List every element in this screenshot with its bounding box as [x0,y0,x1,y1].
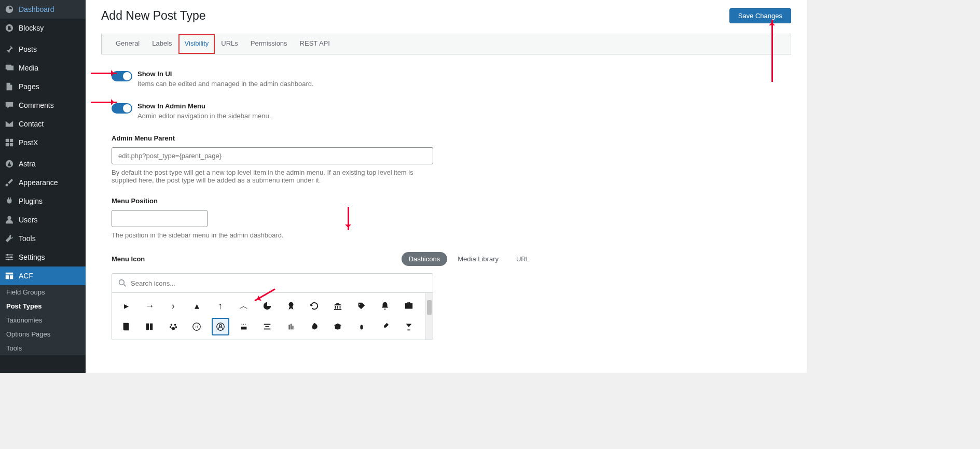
save-changes-button[interactable]: Save Changes [729,8,791,23]
label-menu-icon: Menu Icon [112,255,145,263]
tab-rest-api[interactable]: REST API [294,34,336,54]
label-show-ui: Show In UI [137,70,537,78]
sidebar-item-dashboard[interactable]: Dashboard [0,0,86,19]
sidebar-item-tools[interactable]: Tools [0,229,86,248]
icon-pets[interactable] [164,318,182,335]
sidebar-label: Pages [19,82,39,91]
settings-icon [4,252,15,262]
icon-tag-ribbon[interactable] [353,297,370,315]
sidebar-item-plugins[interactable]: Plugins [0,192,86,211]
sidebar-item-posts[interactable]: Posts [0,40,86,59]
icon-graduation[interactable] [329,318,347,335]
sidebar-item-acf[interactable]: ACF [0,266,86,285]
sidebar-label: Contact [19,120,44,128]
input-search-icons[interactable] [131,279,426,287]
icon-award[interactable] [282,297,300,315]
icon-tab-dashicons[interactable]: Dashicons [402,252,448,266]
icon-buddicons[interactable] [212,318,229,335]
icon-scrollbar[interactable] [425,293,433,340]
icon-html-circle[interactable]: H [188,318,205,335]
user-icon [4,215,15,225]
sidebar-item-blocksy[interactable]: Blocksy [0,19,86,37]
tab-permissions[interactable]: Permissions [244,34,294,54]
icon-tab-url[interactable]: URL [509,252,537,266]
icon-arrow-up[interactable]: ↑ [212,297,229,315]
tab-labels[interactable]: Labels [146,34,178,54]
input-admin-menu-parent[interactable] [112,147,433,164]
icon-chevron-up[interactable]: ︿ [235,297,253,315]
sidebar-label: Users [19,216,38,224]
icon-picker-panel: ▸ → › ▴ ↑ ︿ [112,273,433,340]
icon-cleanup[interactable] [376,318,394,335]
sidebar-label: Media [19,64,38,72]
icon-arrow-right-alt2[interactable]: ▸ [117,297,135,315]
submenu-options-pages[interactable]: Options Pages [0,327,86,341]
icon-book-alt[interactable] [141,318,158,335]
sidebar-item-pages[interactable]: Pages [0,77,86,96]
svg-point-12 [7,259,9,261]
dashboard-icon [4,4,15,15]
icon-bank[interactable] [329,297,347,315]
svg-rect-4 [10,143,13,146]
icon-leaf[interactable] [306,318,323,335]
page-header: Add New Post Type Save Changes [86,0,807,23]
svg-point-16 [119,280,125,285]
sidebar-label: Settings [19,253,45,261]
svg-rect-1 [6,139,9,142]
acf-submenu: Field Groups Post Types Taxonomies Optio… [0,285,86,355]
svg-rect-2 [10,139,13,142]
sidebar-label: Appearance [19,178,58,187]
icon-backup[interactable] [306,297,323,315]
submenu-tools[interactable]: Tools [0,341,86,355]
sidebar-item-postx[interactable]: PostX [0,133,86,152]
icon-cake[interactable] [235,318,253,335]
sidebar-label: Dashboard [19,5,54,13]
page-icon [4,81,15,92]
pushpin-icon [4,44,15,54]
icon-triangle-up[interactable]: ▴ [188,297,205,315]
icon-align-center[interactable] [258,318,276,335]
tab-visibility[interactable]: Visibility [178,34,215,54]
sidebar-item-settings[interactable]: Settings [0,248,86,266]
sidebar-item-appearance[interactable]: Appearance [0,173,86,192]
svg-rect-13 [6,273,13,275]
icon-chevron-right[interactable]: › [164,297,182,315]
icon-bee[interactable] [353,318,370,335]
icon-briefcase[interactable] [400,297,418,315]
page-title: Add New Post Type [101,9,206,23]
sidebar-label: Tools [19,234,36,243]
submenu-field-groups[interactable]: Field Groups [0,285,86,299]
toggle-show-admin-menu[interactable] [112,103,132,114]
sidebar-item-users[interactable]: Users [0,211,86,229]
svg-rect-28 [266,326,269,327]
icon-bell[interactable] [376,297,394,315]
icon-cocktail[interactable] [400,318,418,335]
tab-urls[interactable]: URLs [215,34,244,54]
submenu-taxonomies[interactable]: Taxonomies [0,313,86,327]
sidebar-label: Comments [19,101,54,109]
toggle-show-ui[interactable] [112,71,132,81]
sidebar-item-media[interactable]: Media [0,59,86,77]
sidebar-item-comments[interactable]: Comments [0,96,86,115]
sidebar-item-contact[interactable]: Contact [0,115,86,133]
icon-tab-media-library[interactable]: Media Library [450,252,506,266]
icon-candles[interactable] [282,318,300,335]
tab-general[interactable]: General [109,34,146,54]
blocksy-icon [4,23,15,33]
input-menu-position[interactable] [112,210,208,227]
svg-rect-27 [264,324,271,325]
submenu-post-types[interactable]: Post Types [0,299,86,313]
svg-rect-3 [6,143,9,146]
icon-book[interactable] [117,318,135,335]
svg-text:H: H [196,325,198,329]
svg-point-6 [7,216,11,220]
plug-icon [4,196,15,206]
sidebar-label: Posts [19,45,37,53]
svg-rect-14 [6,275,9,279]
astra-icon [4,159,15,169]
settings-tabs: General Labels Visibility URLs Permissio… [101,34,791,54]
icon-pie-chart[interactable] [258,297,276,315]
svg-point-22 [171,327,175,330]
sidebar-item-astra[interactable]: Astra [0,155,86,173]
icon-arrow-right[interactable]: → [141,297,158,315]
